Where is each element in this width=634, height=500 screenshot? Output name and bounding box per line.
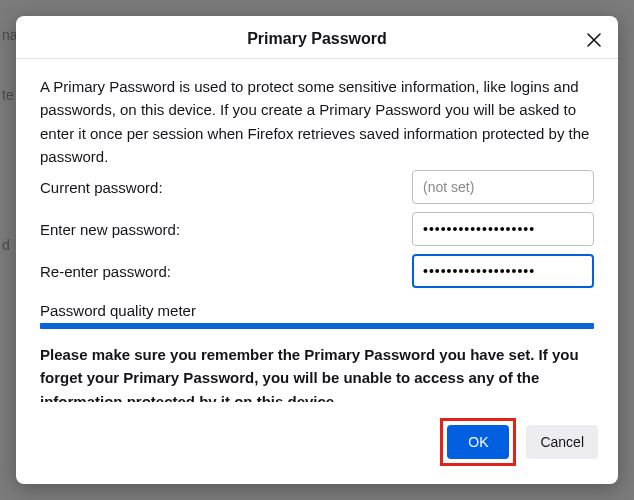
ok-button-highlight: OK [440,418,516,466]
reenter-password-row: Re-enter password: [40,254,594,288]
warning-text: Please make sure you remember the Primar… [40,343,594,402]
close-icon [586,32,602,48]
close-button[interactable] [582,28,606,52]
reenter-password-label: Re-enter password: [40,263,412,280]
current-password-input[interactable] [412,170,594,204]
dialog-title: Primary Password [247,30,387,47]
new-password-row: Enter new password: [40,212,594,246]
cancel-button[interactable]: Cancel [526,425,598,459]
ok-button[interactable]: OK [447,425,509,459]
current-password-row: Current password: [40,170,594,204]
dialog-header: Primary Password [16,16,618,59]
reenter-password-input[interactable] [412,254,594,288]
password-quality-meter-label: Password quality meter [40,302,594,319]
background-obscured-text: na te d [0,0,18,260]
new-password-label: Enter new password: [40,221,412,238]
new-password-input[interactable] [412,212,594,246]
password-quality-meter-bar [40,323,594,329]
current-password-label: Current password: [40,179,412,196]
dialog-description: A Primary Password is used to protect so… [40,75,594,168]
dialog-footer: OK Cancel [16,402,618,484]
dialog-body: A Primary Password is used to protect so… [16,59,618,402]
primary-password-dialog: Primary Password A Primary Password is u… [16,16,618,484]
